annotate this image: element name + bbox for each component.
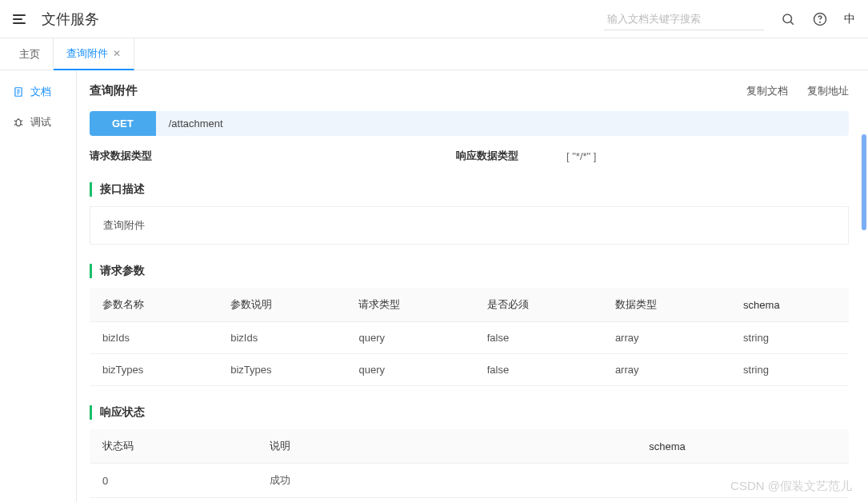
table-row: 0 成功 [90,464,849,498]
cell-type: array [602,322,730,354]
help-icon[interactable] [812,11,828,27]
cell-desc: OK [257,498,637,503]
col-schema: schema [636,429,849,464]
cell-desc: 成功 [257,464,637,498]
data-type-row: 请求数据类型 响应数据类型 [ "*/*" ] [90,149,849,163]
document-icon [13,86,24,98]
cell-schema: string [730,322,849,354]
svg-line-12 [14,124,16,125]
app-header: 文件服务 中 [0,0,868,38]
svg-line-10 [14,121,16,122]
cell-schema: string [730,354,849,386]
svg-point-0 [783,14,792,23]
section-title-description: 接口描述 [90,182,849,197]
svg-line-13 [21,124,22,125]
table-row: bizTypes bizTypes query false array stri… [90,354,849,386]
cell-name: bizTypes [90,354,218,386]
cell-schema [636,464,849,498]
svg-line-11 [21,121,22,122]
status-table: 状态码 说明 schema 0 成功 200 OK R«List«Attachm… [90,429,849,502]
svg-line-1 [790,22,793,24]
svg-point-3 [820,22,821,22]
sidebar-item-label: 文档 [30,85,51,99]
svg-point-8 [16,120,21,126]
sidebar: 文档 调试 [0,70,77,502]
table-row: 200 OK R«List«AttachmentResult»» [90,498,849,503]
params-table: 参数名称 参数说明 请求类型 是否必须 数据类型 schema bizIds b… [90,288,849,386]
search-input[interactable] [604,8,764,30]
cell-desc: bizTypes [218,354,346,386]
copy-doc-button[interactable]: 复制文档 [746,84,788,98]
col-desc: 说明 [257,429,637,464]
description-box: 查询附件 [90,206,849,245]
copy-url-button[interactable]: 复制地址 [807,84,849,98]
sidebar-item-debug[interactable]: 调试 [0,107,76,137]
cell-schema: R«List«AttachmentResult»» [636,498,849,503]
content-area: 文档 调试 查询附件 复制文档 复制地址 GET /attachment 请求数… [0,70,868,502]
col-type: 数据类型 [602,288,730,322]
tab-label: 主页 [19,47,40,62]
table-header-row: 状态码 说明 schema [90,429,849,464]
cell-in: query [346,354,474,386]
col-schema: schema [730,288,849,322]
response-type-value: [ "*/*" ] [566,150,596,162]
col-code: 状态码 [90,429,257,464]
tab-label: 查询附件 [66,46,108,61]
tab-query-attachment[interactable]: 查询附件 ✕ [54,38,134,70]
bug-icon [13,117,24,128]
api-path: /attachment [156,118,236,129]
cell-desc: bizIds [218,322,346,354]
app-title: 文件服务 [42,10,604,29]
table-row: bizIds bizIds query false array string [90,322,849,354]
sidebar-item-label: 调试 [30,115,51,129]
http-method-badge: GET [90,111,156,136]
menu-toggle-icon[interactable] [13,11,29,27]
section-title-status: 响应状态 [90,405,849,420]
tabs-bar: 主页 查询附件 ✕ [0,38,868,70]
search-icon[interactable] [780,11,796,27]
request-type-label: 请求数据类型 [90,149,152,163]
cell-in: query [346,322,474,354]
col-name: 参数名称 [90,288,218,322]
tab-home[interactable]: 主页 [6,38,54,70]
response-type-label: 响应数据类型 [456,149,518,163]
scrollbar-thumb[interactable] [862,134,866,230]
close-icon[interactable]: ✕ [113,48,121,59]
col-desc: 参数说明 [218,288,346,322]
main-panel: 查询附件 复制文档 复制地址 GET /attachment 请求数据类型 响应… [77,70,868,502]
cell-code: 200 [90,498,257,503]
scrollbar[interactable] [862,70,866,502]
col-in: 请求类型 [346,288,474,322]
cell-type: array [602,354,730,386]
method-row: GET /attachment [90,111,849,136]
cell-required: false [474,322,602,354]
cell-required: false [474,354,602,386]
cell-code: 0 [90,464,257,498]
cell-name: bizIds [90,322,218,354]
language-toggle[interactable]: 中 [844,12,855,26]
col-required: 是否必须 [474,288,602,322]
table-header-row: 参数名称 参数说明 请求类型 是否必须 数据类型 schema [90,288,849,322]
sidebar-item-doc[interactable]: 文档 [0,77,76,107]
section-title-params: 请求参数 [90,264,849,278]
page-title: 查询附件 [90,83,138,98]
